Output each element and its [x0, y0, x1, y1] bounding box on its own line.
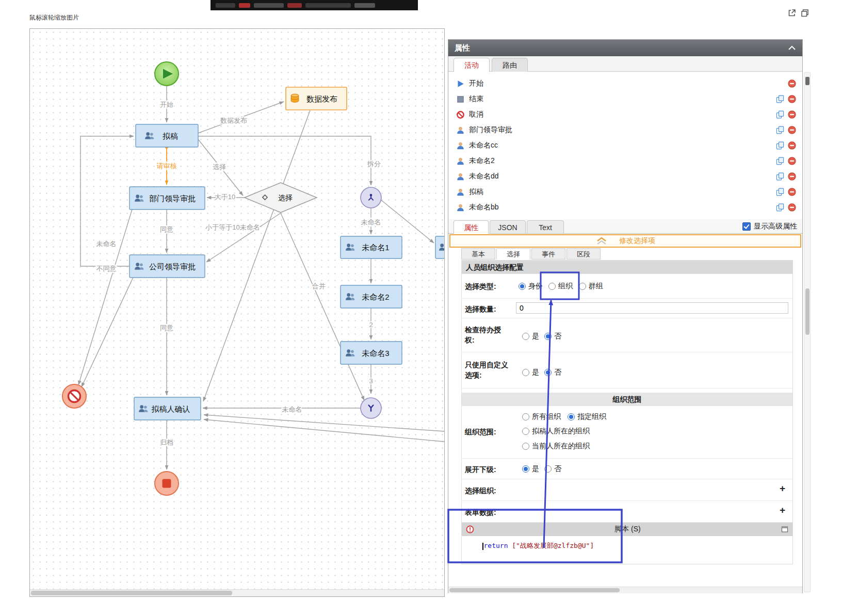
copy-icon[interactable]	[776, 157, 784, 165]
tab-select[interactable]: 选择	[496, 248, 530, 260]
collapse-chevron-icon[interactable]	[788, 45, 796, 51]
svg-text:部门领导审批: 部门领导审批	[149, 194, 196, 203]
radio-organization[interactable]: 组织	[548, 282, 573, 291]
delete-icon[interactable]	[788, 157, 796, 165]
radio-auth-yes[interactable]: 是	[522, 332, 539, 341]
activity-row[interactable]: 拟稿	[448, 184, 802, 200]
vertical-scrollbar[interactable]	[804, 72, 811, 592]
row-select-count: 选择数量:	[462, 299, 792, 318]
form-spacer	[462, 388, 792, 393]
activity-row[interactable]: 开始	[448, 76, 802, 91]
radio-expand-no[interactable]: 否	[544, 464, 561, 474]
node-choice[interactable]: 选择	[245, 183, 317, 213]
activity-row[interactable]: 部门领导审批	[448, 122, 802, 138]
row-check-auth: 检查待办授权: 是 否	[462, 318, 792, 352]
delete-icon[interactable]	[788, 110, 796, 119]
node-unnamed2[interactable]: 未命名2	[341, 285, 402, 308]
checkbox-checked-icon[interactable]	[742, 222, 751, 231]
radio-identity[interactable]: 身份	[519, 282, 543, 291]
delete-icon[interactable]	[788, 126, 796, 134]
copy-icon[interactable]	[776, 203, 784, 212]
radio-custom-no[interactable]: 否	[544, 368, 561, 377]
person-icon	[457, 204, 464, 212]
copy-icon[interactable]	[776, 172, 784, 181]
select-count-input[interactable]	[516, 302, 788, 314]
copy-icon[interactable]	[776, 141, 784, 150]
node-stop[interactable]	[155, 472, 179, 495]
tab-properties[interactable]: 属性	[454, 220, 489, 234]
activity-row[interactable]: 未命名bb	[448, 200, 802, 215]
select-org-label: 选择组织:	[465, 485, 510, 496]
copy-icon[interactable]	[776, 95, 784, 103]
node-label: 未命名	[361, 218, 381, 226]
tab-basic[interactable]: 基本	[461, 248, 495, 260]
console-window-icon[interactable]	[781, 526, 788, 533]
edge-label: 请审核	[157, 162, 177, 170]
edge-label: 不同意	[96, 265, 117, 272]
radio-icon	[544, 465, 552, 473]
tab-json[interactable]: JSON	[490, 220, 526, 234]
delete-icon[interactable]	[788, 172, 796, 181]
tab-section[interactable]: 区段	[566, 248, 601, 260]
tab-text[interactable]: Text	[527, 220, 564, 234]
tab-activity[interactable]: 活动	[454, 58, 490, 72]
node-company-approval[interactable]: 公司领导审批	[129, 255, 205, 278]
activity-label: 开始	[469, 79, 483, 88]
radio-group[interactable]: 群组	[579, 282, 603, 291]
copy-icon[interactable]	[776, 126, 784, 134]
window-restore-icon[interactable]	[800, 8, 809, 18]
node-draft[interactable]: 拟稿	[136, 124, 198, 147]
open-in-new-icon[interactable]	[787, 8, 797, 18]
workflow-canvas[interactable]: 开始 数据发布 请审核 选择 拆分 大于10 小于等于10未命名 同意 未命名 …	[29, 28, 445, 597]
canvas-horizontal-scrollbar[interactable]	[30, 589, 444, 596]
radio-label: 否	[554, 332, 561, 341]
tab-route[interactable]: 路由	[492, 58, 528, 72]
advanced-props-label: 显示高级属性	[754, 222, 797, 231]
radio-specified-org[interactable]: 指定组织	[568, 412, 606, 422]
delete-icon[interactable]	[788, 203, 796, 212]
copy-icon[interactable]	[776, 110, 784, 119]
node-unnamed3[interactable]: 未命名3	[341, 342, 402, 364]
radio-auth-no[interactable]: 否	[544, 332, 561, 341]
delete-icon[interactable]	[788, 95, 796, 103]
panel-header: 属性	[448, 40, 802, 56]
node-unnamed1[interactable]: 未命名1	[341, 236, 402, 258]
delete-icon[interactable]	[788, 188, 796, 196]
node-split[interactable]	[361, 187, 381, 208]
activity-row[interactable]: 结束	[448, 91, 802, 107]
activity-row[interactable]: 取消	[448, 107, 802, 122]
modify-selection-banner[interactable]: 修改选择项	[449, 234, 801, 248]
activity-row[interactable]: 未命名2	[448, 153, 802, 169]
add-org-button[interactable]: +	[780, 483, 785, 494]
node-dept-approval[interactable]: 部门领导审批	[129, 187, 205, 209]
delete-icon[interactable]	[788, 141, 796, 150]
tab-event[interactable]: 事件	[531, 248, 565, 260]
row-expand-sub: 展开下级: 是 否	[462, 459, 792, 479]
radio-custom-yes[interactable]: 是	[522, 368, 539, 377]
activity-row[interactable]: 未命名dd	[448, 169, 802, 184]
select-count-label: 选择数量:	[465, 304, 510, 314]
delete-icon[interactable]	[788, 79, 796, 88]
scrollbar-thumb-small[interactable]	[805, 77, 809, 85]
copy-icon[interactable]	[776, 188, 784, 196]
svg-text:数据发布: 数据发布	[306, 94, 337, 103]
stop-icon	[163, 479, 171, 488]
node-merge[interactable]	[361, 398, 381, 418]
radio-expand-yes[interactable]: 是	[522, 464, 539, 474]
radio-all-org[interactable]: 所有组织	[522, 412, 561, 422]
node-data-publish[interactable]: 数据发布	[286, 87, 347, 110]
radio-drafter-org[interactable]: 拟稿人所在的组织	[522, 427, 590, 436]
script-code-area[interactable]: return ["战略发展部@zlfzb@U"]	[462, 536, 792, 564]
panel-horizontal-scrollbar[interactable]	[448, 587, 802, 593]
radio-current-org[interactable]: 当前人所在的组织	[522, 442, 590, 451]
node-drafter-confirm[interactable]: 拟稿人确认	[134, 397, 201, 420]
edge-label: 未命名	[96, 240, 117, 248]
activity-row[interactable]: 未命名cc	[448, 138, 802, 153]
node-cancel[interactable]	[62, 384, 86, 408]
workflow-designer-page: 鼠标滚轮缩放图片	[0, 0, 842, 616]
node-partial-right[interactable]	[435, 236, 444, 258]
add-form-data-button[interactable]: +	[780, 505, 785, 516]
scrollbar-thumb[interactable]	[805, 288, 809, 335]
advanced-props-toggle[interactable]: 显示高级属性	[742, 222, 797, 231]
node-start[interactable]	[155, 62, 179, 86]
